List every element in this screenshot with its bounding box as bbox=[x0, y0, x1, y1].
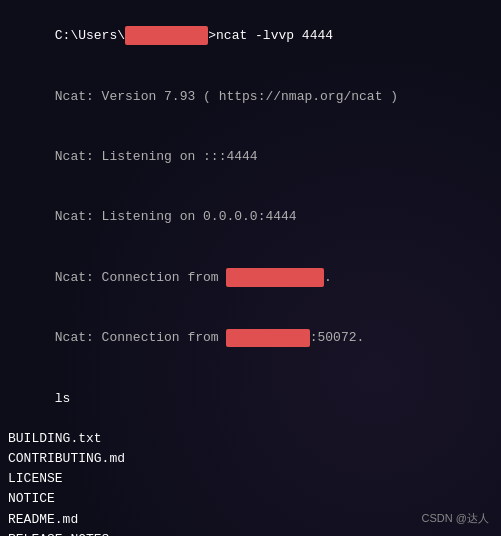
line-text: Ncat: Version 7.93 ( https://nmap.org/nc… bbox=[55, 89, 398, 104]
file-entry: BUILDING.txt bbox=[8, 431, 102, 446]
redacted-username bbox=[125, 26, 208, 45]
line-text-prefix: Ncat: Connection from bbox=[55, 330, 227, 345]
cmd-prefix: C:\Users\ bbox=[55, 28, 125, 43]
watermark: CSDN @达人 bbox=[422, 511, 489, 526]
file-entry: LICENSE bbox=[8, 471, 63, 486]
terminal-line: BUILDING.txt bbox=[8, 429, 493, 449]
terminal-line: Ncat: Connection from :50072. bbox=[8, 308, 493, 368]
terminal-content: C:\Users\ >ncat -lvvp 4444 Ncat: Version… bbox=[8, 6, 493, 536]
terminal-line: Ncat: Connection from . bbox=[8, 248, 493, 308]
terminal-line: Ncat: Version 7.93 ( https://nmap.org/nc… bbox=[8, 66, 493, 126]
file-entry: NOTICE bbox=[8, 491, 55, 506]
redacted-ip-1 bbox=[226, 268, 324, 287]
terminal-window: C:\Users\ >ncat -lvvp 4444 Ncat: Version… bbox=[0, 0, 501, 536]
file-entry: CONTRIBUTING.md bbox=[8, 451, 125, 466]
ls-command: ls bbox=[55, 391, 71, 406]
terminal-line: C:\Users\ >ncat -lvvp 4444 bbox=[8, 6, 493, 66]
terminal-line: Ncat: Listening on :::4444 bbox=[8, 127, 493, 187]
file-entry: RELEASE-NOTES bbox=[8, 532, 109, 536]
terminal-line: CONTRIBUTING.md bbox=[8, 449, 493, 469]
terminal-line: ls bbox=[8, 369, 493, 429]
line-text: Ncat: Listening on 0.0.0.0:4444 bbox=[55, 209, 297, 224]
terminal-line: RELEASE-NOTES bbox=[8, 530, 493, 536]
line-text-prefix: Ncat: Connection from bbox=[55, 270, 227, 285]
cmd-suffix: >ncat -lvvp 4444 bbox=[208, 28, 333, 43]
terminal-line: NOTICE bbox=[8, 489, 493, 509]
terminal-line: Ncat: Listening on 0.0.0.0:4444 bbox=[8, 187, 493, 247]
file-entry: README.md bbox=[8, 512, 78, 527]
line-text: Ncat: Listening on :::4444 bbox=[55, 149, 258, 164]
redacted-ip-2 bbox=[226, 329, 309, 348]
line-text-suffix: :50072. bbox=[310, 330, 365, 345]
terminal-line: LICENSE bbox=[8, 469, 493, 489]
terminal-line: README.md bbox=[8, 510, 493, 530]
line-text-suffix: . bbox=[324, 270, 332, 285]
